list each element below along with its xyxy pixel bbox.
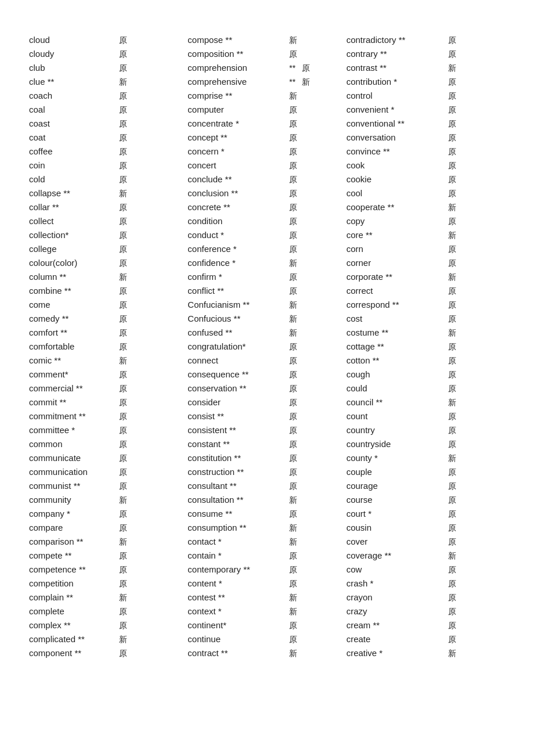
tag1: 原: [119, 203, 132, 213]
word-text: consumption **: [187, 523, 289, 532]
word-text: comprehension: [187, 63, 289, 73]
word-row: condition原: [187, 216, 346, 229]
word-row: company *原: [29, 509, 187, 521]
tag1: 原: [289, 175, 302, 185]
tag1: 原: [448, 119, 461, 129]
tag1: 原: [289, 189, 302, 199]
word-text: conversation: [347, 132, 448, 142]
word-row: contact *新: [187, 537, 346, 549]
tag1: 原: [119, 105, 132, 116]
word-row: competition原: [29, 578, 187, 591]
word-text: consist **: [187, 411, 289, 421]
tag1: 新: [119, 77, 132, 88]
word-text: courage: [347, 481, 448, 491]
word-text: course: [347, 495, 448, 505]
tag1: 新: [448, 272, 461, 283]
word-row: competence **原: [29, 564, 187, 577]
word-text: condition: [187, 216, 289, 226]
word-text: club: [29, 63, 119, 73]
word-row: conduct *原: [187, 230, 346, 243]
word-text: community: [29, 495, 119, 505]
word-row: count原: [347, 411, 505, 424]
tag1: 原: [119, 565, 132, 575]
column-3: contradictory **原contrary **原contrast **…: [347, 35, 505, 661]
word-text: crazy: [347, 606, 448, 616]
word-row: concern *原: [187, 146, 346, 159]
word-row: congratulation*原: [187, 341, 346, 354]
word-row: comprehension**原: [187, 63, 346, 75]
tag1: 新: [119, 635, 132, 645]
tag1: 原: [119, 328, 132, 339]
word-text: combine **: [29, 286, 119, 296]
tag1: 新: [289, 91, 302, 102]
word-row: colour(color)原: [29, 258, 187, 271]
tag1: 新: [448, 398, 461, 408]
word-text: comment*: [29, 369, 119, 379]
tag1: 原: [119, 607, 132, 617]
word-row: Confucianism **新: [187, 300, 346, 312]
word-row: conference *原: [187, 244, 346, 257]
word-text: contain *: [187, 550, 289, 560]
tag1: 新: [289, 35, 302, 46]
word-row: cold原: [29, 174, 187, 187]
word-text: correct: [347, 286, 448, 296]
tag1: 原: [448, 384, 461, 394]
tag1: 原: [119, 342, 132, 352]
word-row: couple原: [347, 467, 505, 480]
word-text: complex **: [29, 620, 119, 630]
word-text: compete **: [29, 550, 119, 560]
tag1: 新: [448, 231, 461, 241]
column-1: cloud原cloudy原club原clue **新coach原coal原coa…: [29, 35, 187, 661]
word-text: core **: [347, 230, 448, 240]
word-text: college: [29, 244, 119, 254]
tag1: 新: [289, 607, 302, 617]
word-row: compete **原: [29, 550, 187, 563]
tag1: 原: [448, 523, 461, 534]
word-text: competence **: [29, 564, 119, 574]
word-row: correspond **原: [347, 300, 505, 312]
word-text: cloud: [29, 35, 119, 45]
tag1: 原: [119, 314, 132, 325]
word-row: corporate **新: [347, 272, 505, 285]
word-row: consider原: [187, 397, 346, 410]
word-text: countryside: [347, 439, 448, 449]
word-text: conference *: [187, 244, 289, 254]
word-row: composition **原: [187, 49, 346, 62]
word-text: cover: [347, 537, 448, 546]
word-text: control: [347, 91, 448, 100]
word-text: component **: [29, 648, 119, 658]
word-text: county *: [347, 453, 448, 463]
word-row: complete原: [29, 606, 187, 619]
tag1: 原: [119, 244, 132, 255]
word-text: concert: [187, 160, 289, 170]
word-row: conclusion **原: [187, 188, 346, 201]
tag1: 原: [289, 370, 302, 380]
word-row: constitution **原: [187, 453, 346, 466]
word-row: council **新: [347, 397, 505, 410]
tag1: 原: [448, 49, 461, 60]
tag1: 原: [289, 119, 302, 129]
word-text: coin: [29, 160, 119, 170]
word-text: comic **: [29, 355, 119, 365]
word-row: confused **新: [187, 327, 346, 340]
word-row: cover原: [347, 537, 505, 549]
tag1: 原: [289, 384, 302, 394]
tag1: 原: [448, 105, 461, 116]
word-row: conventional **原: [347, 118, 505, 131]
tag1: 原: [289, 440, 302, 450]
tag1: 原: [448, 370, 461, 380]
word-row: concept **原: [187, 132, 346, 145]
word-row: contemporary **原: [187, 564, 346, 577]
tag1: 原: [448, 593, 461, 603]
word-text: crash *: [347, 578, 448, 588]
tag1: 原: [119, 481, 132, 492]
word-row: consumption **新: [187, 523, 346, 535]
tag1: 原: [119, 440, 132, 450]
word-text: consequence **: [187, 369, 289, 379]
tag2: 新: [302, 77, 315, 88]
word-row: common原: [29, 439, 187, 452]
word-text: cream **: [347, 620, 448, 630]
word-text: coffee: [29, 146, 119, 156]
tag1: 原: [289, 467, 302, 478]
tag1: 原: [448, 147, 461, 157]
